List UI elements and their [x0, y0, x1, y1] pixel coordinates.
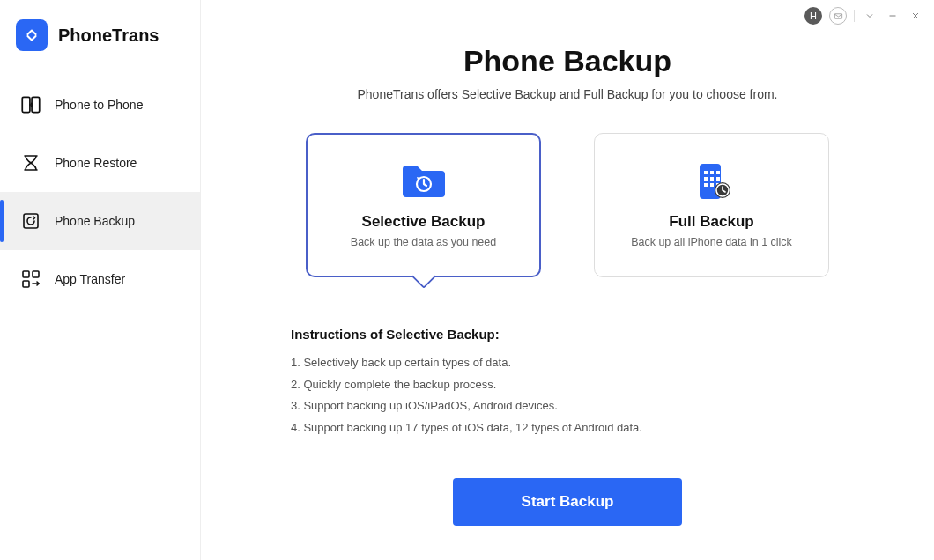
sidebar-nav: Phone to Phone Phone Restore Phone Backu…	[0, 76, 200, 308]
card-desc: Back up all iPhone data in 1 click	[631, 236, 792, 248]
card-desc: Back up the data as you need	[351, 236, 496, 248]
sidebar-item-phone-restore[interactable]: Phone Restore	[0, 134, 200, 192]
sidebar-item-app-transfer[interactable]: App Transfer	[0, 250, 200, 308]
sidebar-item-label: Phone Backup	[55, 214, 135, 228]
instruction-item: 3. Support backing up iOS/iPadOS, Androi…	[291, 395, 899, 417]
sidebar-item-phone-backup[interactable]: Phone Backup	[0, 192, 200, 250]
instructions-section: Instructions of Selective Backup: 1. Sel…	[291, 327, 899, 439]
instructions-title: Instructions of Selective Backup:	[291, 327, 899, 342]
page-subtitle: PhoneTrans offers Selective Backup and F…	[236, 87, 899, 101]
titlebar-separator	[854, 10, 855, 22]
svg-rect-9	[704, 171, 708, 174]
instructions-list: 1. Selectively back up certain types of …	[291, 352, 899, 439]
svg-rect-4	[33, 271, 39, 277]
svg-rect-5	[23, 281, 29, 287]
instruction-item: 1. Selectively back up certain types of …	[291, 352, 899, 374]
svg-rect-0	[22, 97, 30, 112]
sidebar-item-label: App Transfer	[55, 272, 125, 286]
app-transfer-icon	[19, 268, 42, 291]
minimize-button[interactable]	[885, 8, 901, 24]
svg-rect-15	[704, 183, 708, 187]
backup-cards: Selective Backup Back up the data as you…	[236, 133, 899, 277]
svg-rect-12	[704, 177, 708, 181]
svg-rect-16	[710, 183, 714, 187]
main-content: H Phone Backup PhoneTrans offers Selecti…	[201, 0, 934, 560]
svg-rect-3	[23, 271, 29, 277]
sidebar: PhoneTrans Phone to Phone Phone Restore	[0, 0, 201, 560]
page-title: Phone Backup	[236, 44, 899, 78]
sidebar-item-label: Phone Restore	[55, 156, 137, 170]
svg-rect-2	[24, 214, 38, 228]
phone-to-phone-icon	[19, 93, 42, 116]
full-backup-card[interactable]: Full Backup Back up all iPhone data in 1…	[594, 133, 829, 277]
svg-rect-6	[834, 13, 841, 18]
svg-rect-13	[710, 177, 714, 181]
start-backup-button[interactable]: Start Backup	[453, 478, 682, 526]
chevron-down-icon[interactable]	[862, 8, 878, 24]
svg-rect-14	[716, 177, 720, 181]
app-title: PhoneTrans	[58, 26, 159, 46]
selective-backup-card[interactable]: Selective Backup Back up the data as you…	[306, 133, 541, 277]
phone-restore-icon	[19, 151, 42, 174]
phone-clock-icon	[687, 162, 737, 201]
folder-history-icon	[399, 162, 448, 201]
user-avatar[interactable]: H	[804, 7, 822, 25]
svg-rect-10	[710, 171, 714, 174]
sidebar-item-phone-to-phone[interactable]: Phone to Phone	[0, 76, 200, 134]
instruction-item: 2. Quickly complete the backup process.	[291, 374, 899, 396]
card-title: Full Backup	[669, 213, 753, 231]
svg-rect-11	[716, 171, 720, 174]
mail-icon[interactable]	[829, 7, 847, 25]
close-button[interactable]	[908, 8, 923, 24]
app-logo-icon	[16, 19, 48, 51]
phone-backup-icon	[19, 210, 42, 232]
app-logo-row: PhoneTrans	[0, 19, 200, 51]
card-title: Selective Backup	[362, 213, 486, 231]
window-titlebar: H	[804, 7, 923, 25]
instruction-item: 4. Support backing up 17 types of iOS da…	[291, 417, 899, 439]
sidebar-item-label: Phone to Phone	[55, 98, 143, 112]
